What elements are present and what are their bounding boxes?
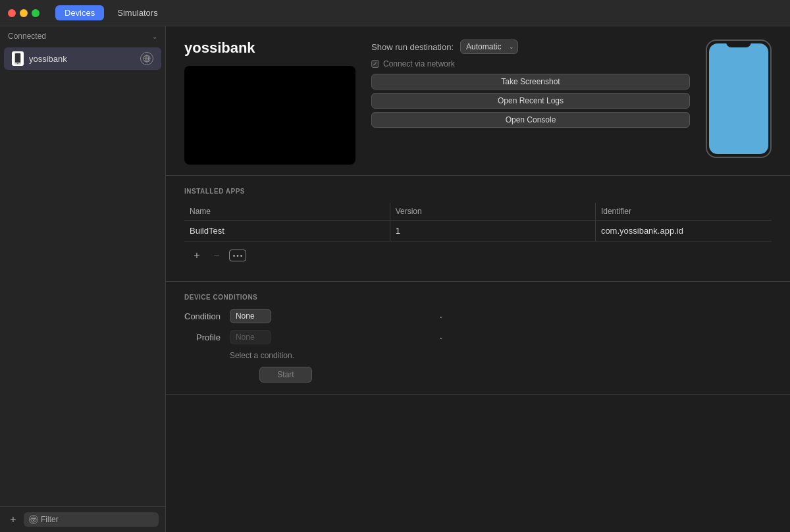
open-recent-logs-button[interactable]: Open Recent Logs: [371, 93, 690, 109]
sidebar-bottom: + Filter: [0, 506, 165, 532]
device-icon: [12, 51, 24, 66]
phone-preview-container: [706, 40, 772, 158]
phone-icon: [14, 53, 22, 65]
dot-icon-2: •: [236, 252, 239, 259]
device-title: yossibank: [184, 40, 356, 57]
app-options-button[interactable]: • • •: [229, 250, 246, 261]
connect-network-label: Connect via network: [383, 59, 455, 68]
maximize-button[interactable]: [32, 9, 40, 17]
run-destination-label: Show run destination:: [371, 42, 454, 52]
titlebar: Devices Simulators: [0, 0, 790, 26]
condition-hint: Select a condition.: [230, 351, 448, 360]
sidebar: Connected ⌄ yossibank: [0, 26, 166, 532]
profile-select-arrow-icon: ⌄: [438, 334, 444, 340]
sidebar-item-yossibank[interactable]: yossibank: [4, 47, 161, 70]
apps-table: Name Version Identifier BuildTest 1 com.…: [184, 203, 772, 242]
connect-network-checkbox[interactable]: ✓: [371, 60, 379, 68]
conditions-grid: Condition None ⌄ Profile None ⌄ Select a…: [184, 309, 448, 360]
add-device-button[interactable]: +: [7, 513, 20, 526]
main-layout: Connected ⌄ yossibank: [0, 26, 790, 532]
connected-label: Connected: [8, 32, 46, 41]
checkbox-check-icon: ✓: [373, 61, 378, 67]
app-version-cell: 1: [390, 221, 595, 242]
device-header: yossibank Show run destination: Automati…: [166, 26, 790, 176]
network-icon: [140, 52, 153, 65]
dot-icon-1: •: [233, 252, 236, 259]
traffic-lights: [8, 9, 40, 17]
col-header-identifier: Identifier: [595, 203, 772, 221]
profile-select-wrapper: None ⌄: [230, 330, 448, 344]
sidebar-connected-header[interactable]: Connected ⌄: [0, 26, 165, 46]
filter-icon: [29, 515, 38, 524]
device-conditions-title: DEVICE CONDITIONS: [184, 294, 772, 301]
take-screenshot-button[interactable]: Take Screenshot: [371, 74, 690, 90]
phone-frame: [706, 40, 772, 158]
minimize-button[interactable]: [20, 9, 28, 17]
profile-label: Profile: [184, 332, 221, 342]
app-name-cell: BuildTest: [184, 221, 390, 242]
filter-button[interactable]: Filter: [24, 512, 159, 527]
phone-screen: [709, 43, 768, 154]
device-preview: [184, 66, 356, 165]
globe-icon: [143, 55, 151, 63]
filter-svg-icon: [30, 516, 37, 523]
condition-label: Condition: [184, 311, 221, 321]
col-header-name: Name: [184, 203, 390, 221]
device-name: yossibank: [29, 54, 135, 64]
tab-simulators[interactable]: Simulators: [108, 5, 167, 20]
table-actions: + − • • •: [184, 242, 772, 269]
content-area: yossibank Show run destination: Automati…: [166, 26, 790, 532]
tab-devices[interactable]: Devices: [55, 5, 104, 20]
run-destination-select[interactable]: Automatic: [460, 40, 518, 54]
close-button[interactable]: [8, 9, 16, 17]
svg-point-2: [17, 63, 18, 65]
connect-network-row: ✓ Connect via network: [371, 59, 690, 68]
run-destination-row: Show run destination: Automatic ⌄: [371, 40, 690, 54]
dot-icon-3: •: [240, 252, 243, 259]
condition-select-wrapper: None ⌄: [230, 309, 448, 323]
profile-select[interactable]: None: [230, 330, 271, 344]
start-button[interactable]: Start: [259, 367, 312, 383]
device-action-buttons: Take Screenshot Open Recent Logs Open Co…: [371, 74, 690, 128]
add-app-button[interactable]: +: [190, 248, 204, 263]
toolbar-tabs: Devices Simulators: [55, 5, 167, 20]
table-row[interactable]: BuildTest 1 com.yossibank.app.id: [184, 221, 772, 242]
col-header-version: Version: [390, 203, 595, 221]
table-header-row: Name Version Identifier: [184, 203, 772, 221]
run-destination-select-wrapper: Automatic ⌄: [460, 40, 518, 54]
device-conditions-section: DEVICE CONDITIONS Condition None ⌄ Profi…: [166, 282, 790, 395]
filter-label: Filter: [41, 515, 59, 524]
open-console-button[interactable]: Open Console: [371, 112, 690, 128]
chevron-down-icon: ⌄: [152, 33, 157, 40]
start-button-container: Start: [184, 360, 772, 383]
condition-select[interactable]: None: [230, 309, 271, 323]
condition-select-arrow-icon: ⌄: [438, 313, 444, 319]
device-controls: Show run destination: Automatic ⌄ ✓ Conn…: [371, 40, 690, 128]
installed-apps-title: INSTALLED APPS: [184, 188, 772, 195]
svg-rect-1: [15, 53, 20, 63]
app-identifier-cell: com.yossibank.app.id: [595, 221, 772, 242]
installed-apps-section: INSTALLED APPS Name Version Identifier B…: [166, 176, 790, 282]
phone-notch: [726, 41, 751, 47]
device-header-info: yossibank: [184, 40, 356, 165]
sidebar-spacer: [0, 71, 165, 506]
remove-app-button[interactable]: −: [209, 248, 224, 263]
